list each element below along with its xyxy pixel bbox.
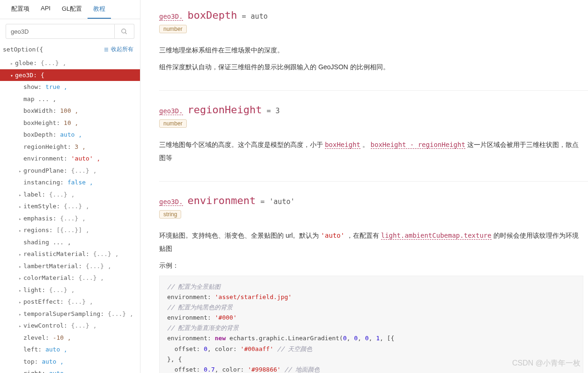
tabs: 配置项APIGL配置教程	[0, 0, 140, 19]
tree-item-colorMaterial[interactable]: ▸colorMaterial: {...} ,	[0, 272, 140, 284]
prop-name: regionHeight	[188, 104, 262, 116]
tree-item-regions[interactable]: ▸regions: [{...}] ,	[0, 224, 140, 236]
prop-desc: 环境贴图。支持纯色、渐变色、全景贴图的 url。默认为 'auto' ，在配置有…	[159, 229, 583, 255]
prop-prefix[interactable]: geo3D.	[159, 198, 183, 206]
collapse-all-button[interactable]: 收起所有	[103, 45, 133, 53]
tree-item-temporalSuperSampling[interactable]: ▸temporalSuperSampling: {...} ,	[0, 308, 140, 320]
tree-item-top[interactable]: top: auto ,	[0, 356, 140, 368]
search-input[interactable]	[6, 24, 115, 39]
tree-item-left[interactable]: left: auto ,	[0, 344, 140, 356]
type-badge: string	[159, 210, 181, 219]
prop-default: 'auto'	[269, 197, 294, 206]
search-button[interactable]	[115, 24, 134, 39]
sidebar: 配置项APIGL配置教程 setOption({ 收起所有 ▸globe: {.…	[0, 0, 140, 373]
tree-item-label[interactable]: ▸label: {...} ,	[0, 189, 140, 201]
tree-item-groundPlane[interactable]: ▸groundPlane: {...} ,	[0, 165, 140, 177]
tree-item-geo3D[interactable]: ▾geo3D: {	[0, 69, 140, 81]
prop-desc: 三维地理坐标系组件在三维场景中的深度。	[159, 44, 583, 57]
inline-code[interactable]: boxHeight - regionHeight	[371, 141, 465, 149]
tree-item-shading[interactable]: shading ... ,	[0, 236, 140, 249]
tree-item-show[interactable]: show: true ,	[0, 81, 140, 93]
collapse-icon	[103, 47, 109, 52]
setoption-header: setOption({ 收起所有	[0, 44, 140, 57]
prop-name: boxDepth	[188, 9, 237, 21]
tree-item-right[interactable]: right: auto ,	[0, 367, 140, 373]
option-tree: ▸globe: {...} ,▾geo3D: {show: true ,map …	[0, 57, 140, 373]
prop-regionheight: geo3D. regionHeight = 3 number 三维地图每个区域的…	[159, 104, 588, 182]
tree-item-realisticMaterial[interactable]: ▸realisticMaterial: {...} ,	[0, 248, 140, 260]
tree-item-map[interactable]: map ... ,	[0, 93, 140, 105]
prop-default: auto	[251, 12, 268, 21]
tree-item-light[interactable]: ▸light: {...} ,	[0, 284, 140, 296]
type-badge: number	[159, 119, 187, 128]
tree-item-emphasis[interactable]: ▸emphasis: {...} ,	[0, 212, 140, 225]
content: geo3D. boxDepth = auto number 三维地理坐标系组件在…	[140, 0, 588, 373]
inline-code[interactable]: boxHeight	[325, 141, 360, 149]
search-icon	[121, 28, 128, 35]
tab-GL配置[interactable]: GL配置	[56, 0, 88, 19]
prop-desc: 组件深度默认自动，保证三维组件的显示比例跟输入的 GeoJSON 的比例相同。	[159, 60, 583, 73]
tab-API[interactable]: API	[35, 0, 56, 19]
svg-line-1	[125, 32, 126, 34]
prop-boxdepth: geo3D. boxDepth = auto number 三维地理坐标系组件在…	[159, 9, 588, 91]
prop-environment: geo3D. environment = 'auto' string 环境贴图。…	[159, 195, 588, 373]
search-row	[0, 19, 140, 44]
tree-item-boxDepth[interactable]: boxDepth: auto ,	[0, 129, 140, 141]
tree-item-environment[interactable]: environment: 'auto' ,	[0, 153, 140, 165]
setoption-label: setOption({	[3, 46, 43, 53]
prop-default: 3	[276, 107, 280, 115]
inline-code[interactable]: light.ambientCubemap.texture	[381, 232, 492, 240]
prop-name: environment	[188, 195, 256, 206]
tree-item-viewControl[interactable]: ▸viewControl: {...} ,	[0, 320, 140, 332]
tree-item-regionHeight[interactable]: regionHeight: 3 ,	[0, 141, 140, 153]
code-block: // 配置为全景贴图 environment: 'asset/starfield…	[159, 276, 583, 373]
tab-配置项[interactable]: 配置项	[6, 0, 35, 19]
tree-item-itemStyle[interactable]: ▸itemStyle: {...} ,	[0, 200, 140, 212]
tree-item-instancing[interactable]: instancing: false ,	[0, 176, 140, 189]
prop-prefix[interactable]: geo3D.	[159, 107, 183, 115]
prop-prefix[interactable]: geo3D.	[159, 13, 183, 21]
tree-item-zlevel[interactable]: zlevel: -10 ,	[0, 332, 140, 344]
svg-point-0	[122, 29, 126, 33]
tree-item-globe[interactable]: ▸globe: {...} ,	[0, 57, 140, 69]
tree-item-boxWidth[interactable]: boxWidth: 100 ,	[0, 105, 140, 117]
example-label: 示例：	[159, 259, 583, 272]
tree-item-postEffect[interactable]: ▸postEffect: {...} ,	[0, 296, 140, 308]
tree-item-boxHeight[interactable]: boxHeight: 10 ,	[0, 117, 140, 129]
prop-desc: 三维地图每个区域的高度。这个高度是模型的高度，小于 boxHeight 。 bo…	[159, 138, 583, 164]
tab-教程[interactable]: 教程	[88, 0, 111, 19]
tree-item-lambertMaterial[interactable]: ▸lambertMaterial: {...} ,	[0, 260, 140, 272]
type-badge: number	[159, 25, 187, 33]
